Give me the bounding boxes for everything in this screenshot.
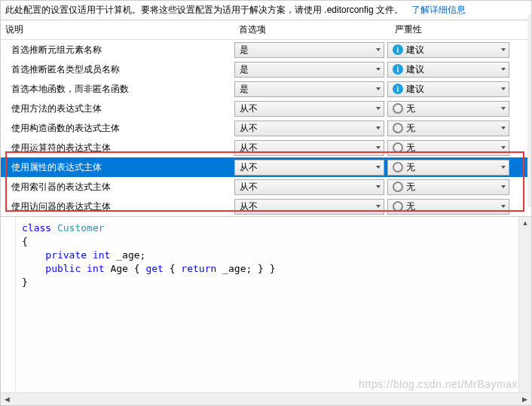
severity-dropdown[interactable]: 无 <box>387 140 509 156</box>
preference-dropdown[interactable]: 是 <box>234 81 384 97</box>
chevron-down-icon <box>501 205 506 208</box>
severity-value: 建议 <box>406 63 424 76</box>
severity-value: 建议 <box>406 83 424 96</box>
info-icon: i <box>393 44 403 55</box>
settings-row[interactable]: 使用构造函数的表达式主体从不无 <box>1 118 531 138</box>
header-severity[interactable]: 严重性 <box>390 20 517 39</box>
preference-value: 从不 <box>240 122 258 135</box>
none-icon <box>393 103 403 114</box>
severity-dropdown[interactable]: 无 <box>387 121 509 136</box>
banner-text: 此处配置的设置仅适用于计算机。要将这些设置配置为适用于解决方案，请使用 .edi… <box>5 5 403 15</box>
severity-value: 建议 <box>406 44 424 56</box>
severity-value: 无 <box>406 161 415 174</box>
severity-dropdown[interactable]: 无 <box>387 101 509 117</box>
scroll-left-icon[interactable]: ◀ <box>1 393 14 405</box>
preference-dropdown[interactable]: 是 <box>234 62 384 78</box>
preference-dropdown[interactable]: 是 <box>234 42 384 58</box>
none-icon <box>393 162 403 172</box>
settings-row[interactable]: 首选本地函数，而非匿名函数是i建议 <box>1 79 531 99</box>
info-banner: 此处配置的设置仅适用于计算机。要将这些设置配置为适用于解决方案，请使用 .edi… <box>1 1 531 20</box>
chevron-down-icon <box>501 185 506 188</box>
chevron-down-icon <box>376 127 381 130</box>
chevron-down-icon <box>376 48 381 51</box>
settings-row[interactable]: 首选推断元组元素名称是i建议 <box>1 40 531 60</box>
severity-dropdown[interactable]: 无 <box>387 179 509 195</box>
row-description: 使用运算符的表达式主体 <box>1 142 234 154</box>
chevron-down-icon <box>501 87 506 90</box>
severity-dropdown[interactable]: 无 <box>387 199 509 215</box>
learn-more-link[interactable]: 了解详细信息 <box>411 5 466 15</box>
preference-value: 从不 <box>240 161 258 174</box>
severity-value: 无 <box>406 122 415 135</box>
preference-dropdown[interactable]: 从不 <box>234 160 384 176</box>
preference-dropdown[interactable]: 从不 <box>234 199 384 215</box>
preference-value: 是 <box>240 44 249 56</box>
chevron-down-icon <box>376 68 381 71</box>
severity-dropdown[interactable]: i建议 <box>387 62 509 78</box>
preference-value: 从不 <box>240 200 258 213</box>
preference-value: 从不 <box>240 181 258 194</box>
severity-dropdown[interactable]: i建议 <box>387 42 509 58</box>
scroll-up-icon[interactable]: ▲ <box>519 217 531 230</box>
row-description: 首选本地函数，而非匿名函数 <box>1 83 234 96</box>
none-icon <box>393 201 403 212</box>
preference-value: 从不 <box>240 142 258 154</box>
row-description: 首选推断元组元素名称 <box>1 44 234 56</box>
code-horizontal-scrollbar[interactable]: ◀ ▶ <box>1 392 531 405</box>
chevron-down-icon <box>376 166 381 169</box>
severity-dropdown[interactable]: 无 <box>387 160 509 176</box>
severity-value: 无 <box>406 142 415 154</box>
chevron-down-icon <box>501 166 506 169</box>
chevron-down-icon <box>376 185 381 188</box>
header-description[interactable]: 说明 <box>1 20 234 39</box>
preference-dropdown[interactable]: 从不 <box>234 121 384 136</box>
header-preference[interactable]: 首选项 <box>234 20 390 39</box>
code-text: class Customer { private int _age; publi… <box>16 217 518 397</box>
settings-row[interactable]: 使用访问器的表达式主体从不无 <box>1 197 531 216</box>
info-icon: i <box>393 64 403 75</box>
preference-dropdown[interactable]: 从不 <box>234 101 384 117</box>
preference-value: 是 <box>240 63 249 76</box>
info-icon: i <box>393 84 403 94</box>
none-icon <box>393 123 403 133</box>
chevron-down-icon <box>376 87 381 90</box>
preference-dropdown[interactable]: 从不 <box>234 179 384 195</box>
chevron-down-icon <box>501 107 506 110</box>
row-description: 使用索引器的表达式主体 <box>1 181 234 194</box>
settings-row[interactable]: 使用方法的表达式主体从不无 <box>1 99 531 118</box>
chevron-down-icon <box>376 205 381 208</box>
chevron-down-icon <box>501 146 506 149</box>
severity-value: 无 <box>406 181 415 194</box>
row-description: 使用属性的表达式主体 <box>1 161 234 174</box>
chevron-down-icon <box>501 127 506 130</box>
chevron-down-icon <box>501 48 506 51</box>
grid-scrollbar[interactable] <box>527 14 531 207</box>
none-icon <box>393 182 403 192</box>
settings-row[interactable]: 首选推断匿名类型成员名称是i建议 <box>1 60 531 79</box>
settings-grid: 说明 首选项 严重性 首选推断元组元素名称是i建议首选推断匿名类型成员名称是i建… <box>1 20 531 216</box>
settings-row[interactable]: 使用索引器的表达式主体从不无 <box>1 177 531 197</box>
grid-header: 说明 首选项 严重性 <box>1 20 531 40</box>
settings-row[interactable]: 使用属性的表达式主体从不无 <box>1 157 531 177</box>
chevron-down-icon <box>376 107 381 110</box>
chevron-down-icon <box>501 68 506 71</box>
settings-row[interactable]: 使用运算符的表达式主体从不无 <box>1 138 531 157</box>
code-gutter <box>1 217 16 397</box>
row-description: 使用方法的表达式主体 <box>1 102 234 115</box>
row-description: 使用构造函数的表达式主体 <box>1 122 234 135</box>
none-icon <box>393 142 403 153</box>
severity-value: 无 <box>406 200 415 213</box>
severity-dropdown[interactable]: i建议 <box>387 81 509 97</box>
scroll-track[interactable] <box>14 393 518 405</box>
row-description: 首选推断匿名类型成员名称 <box>1 63 234 76</box>
preference-value: 从不 <box>240 102 258 115</box>
severity-value: 无 <box>406 102 415 115</box>
row-description: 使用访问器的表达式主体 <box>1 200 234 213</box>
preference-dropdown[interactable]: 从不 <box>234 140 384 156</box>
scroll-right-icon[interactable]: ▶ <box>518 393 531 405</box>
preference-value: 是 <box>240 83 249 96</box>
code-preview: class Customer { private int _age; publi… <box>1 216 531 397</box>
chevron-down-icon <box>376 146 381 149</box>
code-vertical-scrollbar[interactable]: ▲ <box>518 217 531 397</box>
